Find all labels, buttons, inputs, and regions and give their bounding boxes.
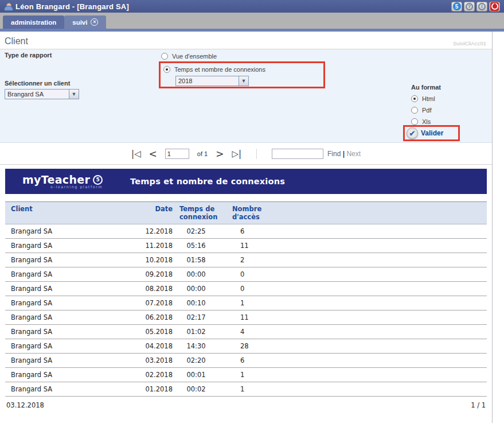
table-cell: 02:20	[174, 354, 226, 368]
table-cell: Brangard SA	[5, 267, 132, 282]
year-select-value: 2018	[176, 77, 239, 84]
table-row: Brangard SA09.201800:000	[5, 267, 487, 282]
client-select-label: Sélectionner un client	[5, 80, 79, 87]
radio-format-xls-label: Xls	[422, 118, 431, 125]
table-cell: 00:10	[174, 296, 226, 311]
power-icon	[490, 2, 499, 11]
table-cell: 28	[226, 339, 276, 354]
table-header-row: Client Date Temps de connexion Nombre d'…	[5, 202, 487, 224]
radio-icon[interactable]	[411, 95, 418, 102]
report-title: Temps et nombre de connexions	[130, 177, 285, 186]
table-row: Brangard SA08.201800:000	[5, 282, 487, 296]
radio-icon[interactable]	[411, 118, 418, 125]
table-cell: 6	[226, 224, 276, 239]
table-cell: 00:00	[174, 267, 226, 282]
logo-subtitle: e-learning platform	[50, 185, 103, 189]
next-result-link[interactable]: Next	[346, 150, 361, 158]
last-page-button[interactable]: ▷|	[232, 149, 241, 159]
table-cell: 02:25	[174, 224, 226, 239]
radio-format-xls[interactable]: Xls	[411, 118, 441, 125]
table-cell: 6	[226, 354, 276, 368]
table-cell: Brangard SA	[5, 339, 132, 354]
radio-icon[interactable]	[411, 107, 418, 114]
col-header-date: Date	[132, 202, 174, 224]
radio-temps-connexions[interactable]: Temps et nombre de connexions	[163, 66, 323, 73]
window-titlebar: Léon Brangard - [Brangard SA] 5 ? !	[0, 0, 504, 13]
radio-format-html[interactable]: Html	[411, 95, 441, 102]
help-button[interactable]: ?	[464, 2, 475, 11]
table-cell: 11	[226, 239, 276, 253]
table-cell: 02:17	[174, 311, 226, 325]
page-title: Client	[5, 36, 28, 46]
table-cell: 00:00	[174, 282, 226, 296]
report-toolbar: |◁ < of 1 > ▷| Find | Next	[0, 143, 492, 165]
report-form: Type de rapport Vue d'ensemble Temps et …	[0, 49, 492, 143]
report-type-label: Type de rapport	[5, 52, 52, 59]
page-number-input[interactable]	[165, 149, 189, 159]
page-code: SuiviCliAcc01	[453, 40, 486, 46]
radio-icon[interactable]	[163, 66, 170, 73]
table-cell: 01.2018	[132, 382, 174, 397]
table-cell: Brangard SA	[5, 296, 132, 311]
table-cell: 12.2018	[132, 224, 174, 239]
radio-icon[interactable]	[161, 53, 168, 60]
tab-administration[interactable]: administration	[3, 15, 64, 29]
table-cell: 00:02	[174, 382, 226, 397]
table-row: Brangard SA01.201800:021	[5, 382, 487, 397]
radio-temps-connexions-label: Temps et nombre de connexions	[174, 66, 265, 73]
find-link[interactable]: Find	[327, 150, 341, 158]
table-cell: Brangard SA	[5, 354, 132, 368]
table-cell: Brangard SA	[5, 239, 132, 253]
table-row: Brangard SA03.201802:206	[5, 354, 487, 368]
info-icon: !	[478, 3, 486, 10]
table-cell: 0	[226, 267, 276, 282]
table-cell: 06.2018	[132, 311, 174, 325]
table-cell: 0	[226, 282, 276, 296]
table-cell: 11.2018	[132, 239, 174, 253]
logout-button[interactable]	[489, 2, 500, 11]
radio-format-pdf-label: Pdf	[422, 107, 432, 114]
radio-vue-ensemble[interactable]: Vue d'ensemble	[161, 53, 217, 60]
info-button[interactable]: !	[476, 2, 487, 11]
tab-bar: administration suivi ×	[0, 13, 504, 29]
table-row: Brangard SA05.201801:024	[5, 325, 487, 339]
table-cell: 1	[226, 368, 276, 382]
table-cell: 4	[226, 325, 276, 339]
help-icon: ?	[466, 3, 473, 10]
valider-button[interactable]: ✔ Valider	[403, 125, 460, 141]
find-input[interactable]	[272, 149, 323, 159]
col-header-client: Client	[5, 202, 132, 224]
first-page-button[interactable]: |◁	[131, 149, 141, 159]
table-cell: 09.2018	[132, 267, 174, 282]
client-select[interactable]: Brangard SA ▼	[5, 89, 79, 99]
report-viewer: myTeacher 5 e-learning platform Temps et…	[5, 169, 487, 409]
radio-vue-ensemble-label: Vue d'ensemble	[172, 53, 217, 60]
find-next-separator: |	[343, 150, 345, 158]
table-cell: 02.2018	[132, 368, 174, 382]
table-cell: 1	[226, 382, 276, 397]
table-cell: 01:58	[174, 253, 226, 267]
table-cell: 04.2018	[132, 339, 174, 354]
notification-badge-button[interactable]: 5	[451, 2, 462, 11]
table-cell: 01:02	[174, 325, 226, 339]
next-page-button[interactable]: >	[216, 148, 224, 160]
table-row: Brangard SA11.201805:1611	[5, 239, 487, 253]
table-cell: Brangard SA	[5, 282, 132, 296]
radio-format-pdf[interactable]: Pdf	[411, 107, 441, 114]
tab-suivi[interactable]: suivi ×	[64, 15, 106, 29]
checkmark-icon: ✔	[407, 127, 418, 139]
prev-page-button[interactable]: <	[149, 148, 157, 160]
table-cell: 10.2018	[132, 253, 174, 267]
table-cell: Brangard SA	[5, 368, 132, 382]
table-cell: 2	[226, 253, 276, 267]
year-select[interactable]: 2018 ▼	[175, 76, 249, 86]
chevron-down-icon[interactable]: ▼	[239, 76, 248, 86]
table-row: Brangard SA02.201800:011	[5, 368, 487, 382]
table-row: Brangard SA07.201800:101	[5, 296, 487, 311]
table-cell: 00:01	[174, 368, 226, 382]
chevron-down-icon[interactable]: ▼	[69, 90, 79, 99]
badge-5-icon: 5	[453, 2, 461, 10]
close-tab-icon[interactable]: ×	[91, 18, 98, 26]
table-row: Brangard SA04.201814:3028	[5, 339, 487, 354]
table-row: Brangard SA12.201802:256	[5, 224, 487, 239]
